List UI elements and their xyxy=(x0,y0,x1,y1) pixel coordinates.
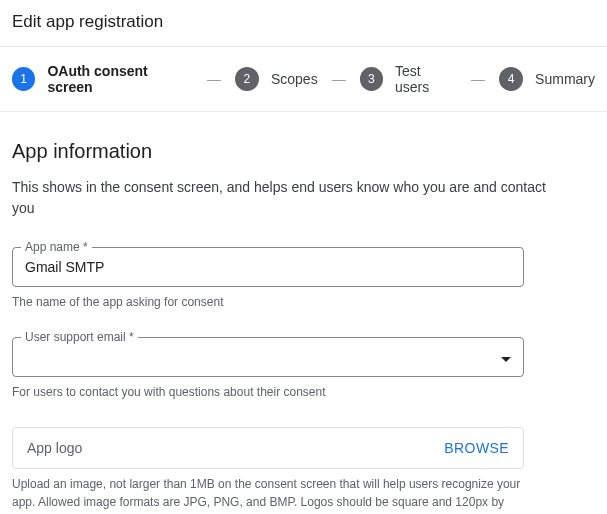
app-logo-input[interactable]: App logo BROWSE xyxy=(12,427,524,469)
content-area: App information This shows in the consen… xyxy=(0,112,607,514)
support-email-helper: For users to contact you with questions … xyxy=(12,383,524,401)
step-number: 4 xyxy=(499,67,523,91)
step-label: Test users xyxy=(395,63,457,95)
step-summary[interactable]: 4 Summary xyxy=(499,67,595,91)
step-scopes[interactable]: 2 Scopes xyxy=(235,67,318,91)
support-email-label: User support email * xyxy=(21,330,138,344)
step-oauth-consent[interactable]: 1 OAuth consent screen xyxy=(12,63,193,95)
step-label: Summary xyxy=(535,71,595,87)
step-separator: — xyxy=(332,71,346,87)
step-number: 3 xyxy=(360,67,383,91)
step-number: 1 xyxy=(12,67,35,91)
section-title: App information xyxy=(12,140,595,163)
page-header: Edit app registration xyxy=(0,0,607,47)
app-name-helper: The name of the app asking for consent xyxy=(12,293,524,311)
app-logo-placeholder: App logo xyxy=(27,440,444,456)
step-label: Scopes xyxy=(271,71,318,87)
app-name-input-container[interactable]: App name * xyxy=(12,247,524,287)
support-email-select[interactable]: User support email * xyxy=(12,337,524,377)
app-name-label: App name * xyxy=(21,240,92,254)
app-logo-field-wrap: App logo BROWSE Upload an image, not lar… xyxy=(12,427,595,514)
dropdown-arrow-icon xyxy=(501,349,511,365)
step-separator: — xyxy=(207,71,221,87)
step-number: 2 xyxy=(235,67,259,91)
stepper: 1 OAuth consent screen — 2 Scopes — 3 Te… xyxy=(0,47,607,112)
support-email-field-wrap: User support email * For users to contac… xyxy=(12,337,595,401)
app-name-input[interactable] xyxy=(25,259,511,275)
app-logo-helper: Upload an image, not larger than 1MB on … xyxy=(12,475,524,514)
section-description: This shows in the consent screen, and he… xyxy=(12,177,572,219)
step-label: OAuth consent screen xyxy=(47,63,193,95)
page-title: Edit app registration xyxy=(12,12,595,32)
app-name-field-wrap: App name * The name of the app asking fo… xyxy=(12,247,595,311)
browse-button[interactable]: BROWSE xyxy=(444,440,509,456)
step-test-users[interactable]: 3 Test users xyxy=(360,63,457,95)
step-separator: — xyxy=(471,71,485,87)
